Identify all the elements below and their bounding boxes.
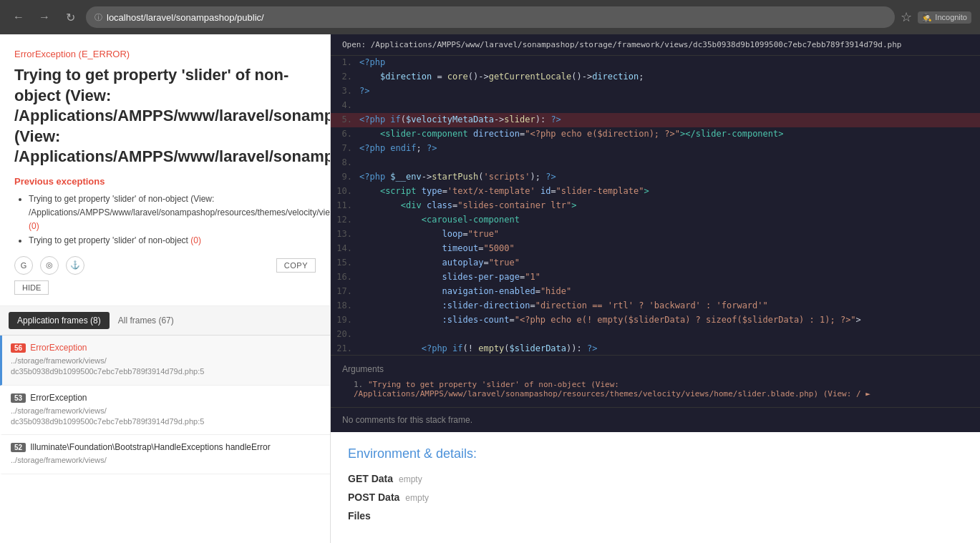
line-num-20: 20. xyxy=(331,328,359,342)
line-content-17: navigation-enabled="hide" xyxy=(359,285,980,299)
line-num-17: 17. xyxy=(331,285,359,299)
frame-num-53: 53 xyxy=(11,393,26,403)
error-icons: G ◎ ⚓ COPY xyxy=(14,256,316,275)
line-num-4: 4. xyxy=(331,99,359,113)
frame-path-53: ../storage/framework/views/dc35b0938d9b1… xyxy=(11,406,321,428)
prev-exception-text-0: Trying to get property 'slider' of non-o… xyxy=(29,194,331,217)
reload-button[interactable]: ↻ xyxy=(60,7,80,27)
line-content-5: <?php if($velocityMetaData->slider): ?> xyxy=(359,113,980,127)
copy-button[interactable]: COPY xyxy=(276,258,316,273)
env-key-get: GET Data xyxy=(348,473,393,484)
line-content-13: loop="true" xyxy=(359,228,980,242)
error-type: ErrorException (E_ERROR) xyxy=(14,49,316,59)
env-row-post: POST Data empty xyxy=(348,491,963,503)
line-content-6: <slider-component direction="<?php echo … xyxy=(359,127,980,142)
code-line-19: 19. :slides-count="<?php echo e(! empty(… xyxy=(331,313,980,328)
bookmark-icon[interactable]: ☆ xyxy=(901,9,912,25)
code-line-2: 2. $direction = core()->getCurrentLocale… xyxy=(331,70,980,84)
line-content-11: <div class="slides-container ltr"> xyxy=(359,199,980,213)
code-line-16: 16. slides-per-page="1" xyxy=(331,270,980,285)
prev-exceptions-list: Trying to get property 'slider' of non-o… xyxy=(14,192,316,248)
frame-num-56: 56 xyxy=(11,343,26,353)
ex-num-1: (0) xyxy=(190,235,201,245)
line-content-9: <?php $__env->startPush('scripts'); ?> xyxy=(359,170,980,185)
address-bar[interactable]: ⓘ localhost/laravel/sonampashop/public/ xyxy=(86,6,895,28)
line-content-3: ?> xyxy=(359,84,980,99)
all-frames-tab[interactable]: All frames (67) xyxy=(110,312,183,329)
line-num-5: 5. xyxy=(331,113,359,127)
env-row-files: Files xyxy=(348,510,963,522)
prev-exception-item-1[interactable]: Trying to get property 'slider' of non-o… xyxy=(29,234,316,248)
line-num-7: 7. xyxy=(331,142,359,156)
arguments-label: Arguments xyxy=(342,364,969,374)
forward-button[interactable]: → xyxy=(34,7,54,27)
app-frames-tab[interactable]: Application frames (8) xyxy=(9,312,110,329)
prev-exceptions-label: Previous exceptions xyxy=(14,176,316,187)
frame-item-56[interactable]: 56 ErrorException ../storage/framework/v… xyxy=(0,336,330,386)
arguments-section: Arguments 1. "Trying to get property 'sl… xyxy=(331,355,980,407)
code-container[interactable]: 1. <?php 2. $direction = core()->getCurr… xyxy=(331,56,980,355)
code-line-8: 8. xyxy=(331,156,980,170)
line-content-4 xyxy=(359,99,980,113)
line-content-10: <script type='text/x-template' id="slide… xyxy=(359,185,980,199)
left-panel: ErrorException (E_ERROR) Trying to get p… xyxy=(0,34,331,543)
frame-header-53: 53 ErrorException xyxy=(11,393,321,403)
code-line-21: 21. <?php if(! empty($sliderData)): ?> xyxy=(331,342,980,355)
line-num-13: 13. xyxy=(331,228,359,242)
line-num-12: 12. xyxy=(331,213,359,228)
right-panel: Open: /Applications/AMPPS/www/laravel/so… xyxy=(331,34,980,543)
prev-exception-item[interactable]: Trying to get property 'slider' of non-o… xyxy=(29,192,316,234)
frames-section: Application frames (8) All frames (67) 5… xyxy=(0,306,330,543)
back-button[interactable]: ← xyxy=(9,7,29,27)
line-content-7: <?php endif; ?> xyxy=(359,142,980,156)
google-icon[interactable]: G xyxy=(14,256,33,275)
ex-num-0: (0) xyxy=(29,221,39,231)
env-row-get: GET Data empty xyxy=(348,473,963,484)
browser-actions: ☆ 🕵 Incognito xyxy=(901,9,971,25)
frames-list: 56 ErrorException ../storage/framework/v… xyxy=(0,336,330,543)
code-line-15: 15. autoplay="true" xyxy=(331,256,980,270)
code-section: Open: /Applications/AMPPS/www/laravel/so… xyxy=(331,34,980,432)
hide-button[interactable]: HIDE xyxy=(14,280,49,295)
line-num-19: 19. xyxy=(331,313,359,328)
frame-item-52[interactable]: 52 Illuminate\Foundation\Bootstrap\Handl… xyxy=(0,435,330,474)
code-line-10: 10. <script type='text/x-template' id="s… xyxy=(331,185,980,199)
incognito-label: Incognito xyxy=(935,13,967,21)
exception-class-label: ErrorException xyxy=(14,49,76,59)
incognito-icon: 🕵 xyxy=(922,13,932,22)
env-section: Environment & details: GET Data empty PO… xyxy=(331,432,980,543)
code-line-4: 4. xyxy=(331,99,980,113)
code-line-12: 12. <carousel-component xyxy=(331,213,980,228)
line-num-14: 14. xyxy=(331,242,359,256)
line-content-20 xyxy=(359,328,980,342)
arg-str: "Trying to get property 'slider' of non-… xyxy=(354,380,870,398)
frame-class-52: Illuminate\Foundation\Bootstrap\HandleEx… xyxy=(30,442,271,452)
line-content-15: autoplay="true" xyxy=(359,256,980,270)
frame-path-56: ../storage/framework/views/dc35b0938d9b1… xyxy=(11,356,321,378)
frame-class-56: ErrorException xyxy=(30,343,87,353)
error-message: Trying to get property 'slider' of non-o… xyxy=(14,65,316,167)
line-content-14: timeout="5000" xyxy=(359,242,980,256)
code-line-20: 20. xyxy=(331,328,980,342)
frame-header-56: 56 ErrorException xyxy=(11,343,321,353)
frame-item-53[interactable]: 53 ErrorException ../storage/framework/v… xyxy=(0,386,330,436)
line-content-21: <?php if(! empty($sliderData)): ?> xyxy=(359,342,980,355)
code-line-5: 5. <?php if($velocityMetaData->slider): … xyxy=(331,113,980,127)
line-num-1: 1. xyxy=(331,56,359,70)
error-header: ErrorException (E_ERROR) Trying to get p… xyxy=(0,34,330,306)
share-icon[interactable]: ⚓ xyxy=(66,256,84,275)
browser-chrome: ← → ↻ ⓘ localhost/laravel/sonampashop/pu… xyxy=(0,0,980,34)
arg-num: 1. xyxy=(354,380,368,389)
line-num-2: 2. xyxy=(331,70,359,84)
help-icon[interactable]: ◎ xyxy=(40,256,59,275)
argument-item-1: 1. "Trying to get property 'slider' of n… xyxy=(342,380,969,398)
code-line-6: 6. <slider-component direction="<?php ec… xyxy=(331,127,980,142)
line-num-9: 9. xyxy=(331,170,359,185)
line-content-2: $direction = core()->getCurrentLocale()-… xyxy=(359,70,980,84)
line-num-10: 10. xyxy=(331,185,359,199)
code-line-14: 14. timeout="5000" xyxy=(331,242,980,256)
code-line-1: 1. <?php xyxy=(331,56,980,70)
line-num-18: 18. xyxy=(331,299,359,313)
line-content-12: <carousel-component xyxy=(359,213,980,228)
line-num-6: 6. xyxy=(331,127,359,142)
